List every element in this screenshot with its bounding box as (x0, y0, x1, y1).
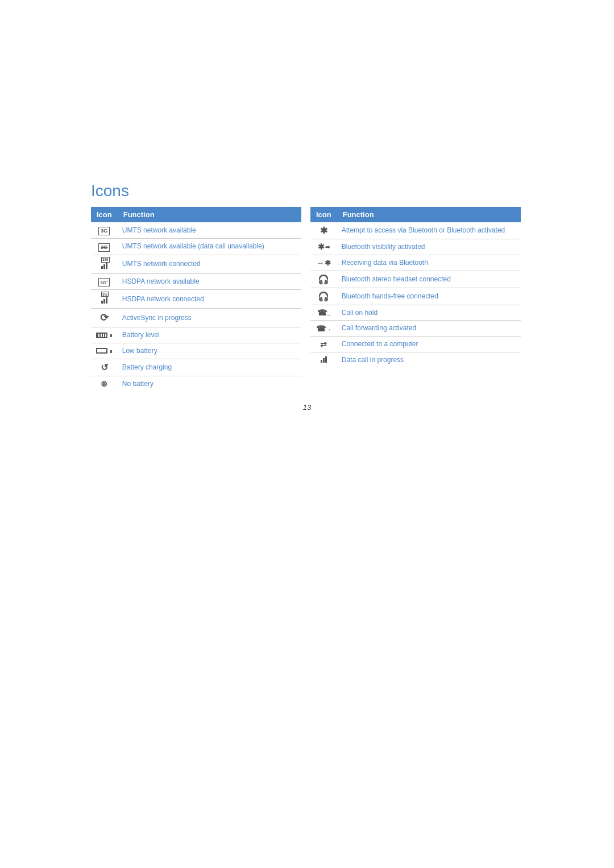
tables-wrapper: Icon Function 3G UMTS network available … (91, 207, 523, 392)
function-cell: Receiving data via Bluetooth (337, 255, 521, 271)
function-cell: Battery charging (118, 359, 301, 376)
table-row: ✱➡ Bluetooth visibility activated (310, 239, 521, 255)
icon-cell: ⟳ (91, 309, 118, 327)
function-cell: Call on hold (337, 305, 521, 321)
left-header-icon: Icon (91, 207, 118, 222)
table-row: 3G+ HSDPA network available (91, 273, 301, 290)
left-header-function: Function (118, 207, 301, 222)
table-row: ↺ Battery charging (91, 359, 301, 376)
table-row: 3G UMTS network available (data call una… (91, 238, 301, 255)
function-cell: Attempt to access via Bluetooth or Bluet… (337, 222, 521, 239)
function-cell: Data call in progress (337, 352, 521, 367)
icon-cell: 🎧 (310, 271, 337, 288)
function-cell: UMTS network available (data call unavai… (118, 238, 301, 255)
left-table: Icon Function 3G UMTS network available … (91, 207, 301, 392)
icon-cell: ⇄ (310, 337, 337, 352)
table-row: Battery level (91, 327, 301, 343)
right-header-function: Function (337, 207, 521, 222)
function-cell: Low battery (118, 343, 301, 359)
icon-cell (310, 352, 337, 367)
table-row: ↔✱ Receiving data via Bluetooth (310, 255, 521, 271)
icon-cell: ↔✱ (310, 255, 337, 271)
icon-cell: 3G (91, 255, 118, 273)
function-cell: HSDPA network connected (118, 290, 301, 309)
page-number: 13 (91, 403, 523, 412)
function-cell: HSDPA network available (118, 273, 301, 290)
table-row: 🎧 Bluetooth stereo headset connected (310, 271, 521, 288)
function-cell: Connected to a computer (337, 337, 521, 352)
icon-cell: 🎧 (310, 288, 337, 305)
table-row: ✱ Attempt to access via Bluetooth or Blu… (310, 222, 521, 239)
table-row: 🎧 Bluetooth hands-free connected (310, 288, 521, 305)
icon-cell: ☎→ (310, 321, 337, 337)
icon-cell: 3G (91, 238, 118, 255)
page-container: Icons Icon Function 3G UMTS network avai… (91, 0, 523, 525)
table-row: 3G UMTS network available (91, 222, 301, 238)
icon-cell (91, 343, 118, 359)
function-cell: No battery (118, 376, 301, 391)
icon-cell: 3G+ (91, 273, 118, 290)
function-cell: Bluetooth visibility activated (337, 239, 521, 255)
table-row: ☎→ Call forwarding activated (310, 321, 521, 337)
right-header-icon: Icon (310, 207, 337, 222)
icon-cell (91, 327, 118, 343)
right-table: Icon Function ✱ Attempt to access via Bl… (310, 207, 521, 368)
icon-cell: 3G (91, 290, 118, 309)
function-cell: Battery level (118, 327, 301, 343)
icon-cell: ☎... (310, 305, 337, 321)
function-cell: UMTS network connected (118, 255, 301, 273)
table-row: ⊗ No battery (91, 376, 301, 391)
icon-cell: ↺ (91, 359, 118, 376)
table-row: ⟳ ActiveSync in progress (91, 309, 301, 327)
section-title: Icons (91, 182, 523, 200)
icon-cell: ✱ (310, 222, 337, 239)
icon-cell: ✱➡ (310, 239, 337, 255)
function-cell: UMTS network available (118, 222, 301, 238)
function-cell: Call forwarding activated (337, 321, 521, 337)
function-cell: Bluetooth hands-free connected (337, 288, 521, 305)
table-row: Data call in progress (310, 352, 521, 367)
function-cell: ActiveSync in progress (118, 309, 301, 327)
table-row: ☎... Call on hold (310, 305, 521, 321)
function-cell: Bluetooth stereo headset connected (337, 271, 521, 288)
icon-cell: ⊗ (91, 376, 118, 391)
table-row: Low battery (91, 343, 301, 359)
table-row: ⇄ Connected to a computer (310, 337, 521, 352)
icon-cell: 3G (91, 222, 118, 238)
table-row: 3G HSDPA network connected (91, 290, 301, 309)
table-row: 3G UMTS network connected (91, 255, 301, 273)
